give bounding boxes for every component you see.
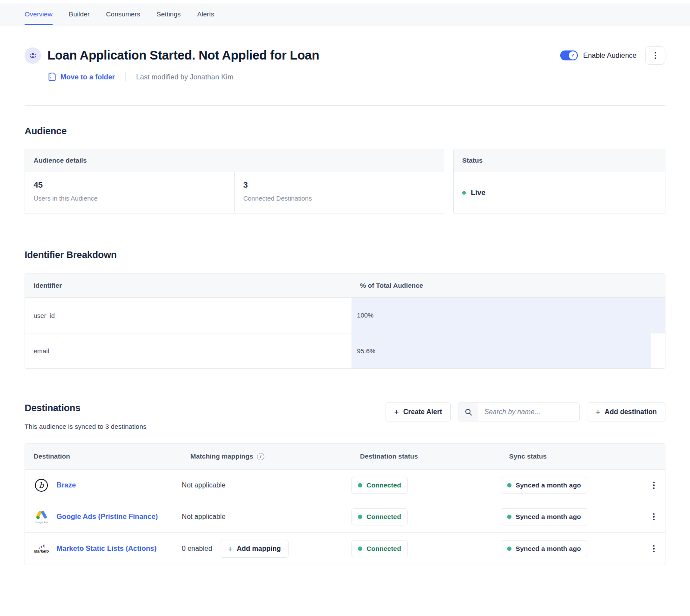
- destination-column-header: Destination: [25, 444, 182, 469]
- destinations-table: Destination Matching mappings i Destinat…: [25, 443, 665, 565]
- enable-audience-label: Enable Audience: [583, 51, 637, 60]
- connected-destinations-label: Connected Destinations: [243, 195, 435, 202]
- status-dot: [507, 547, 511, 551]
- percent-bar: [351, 298, 665, 333]
- live-status-label: Live: [471, 189, 486, 197]
- create-alert-button[interactable]: + Create Alert: [386, 402, 451, 421]
- status-dot: [358, 515, 362, 519]
- check-icon: ✓: [569, 51, 577, 60]
- connected-status-badge: Connected: [351, 477, 408, 494]
- row-actions-button[interactable]: [646, 513, 665, 521]
- add-destination-button[interactable]: + Add destination: [587, 402, 665, 421]
- tab-builder[interactable]: Builder: [69, 3, 90, 25]
- move-to-folder-link[interactable]: Move to a folder: [48, 72, 115, 81]
- status-header: Status: [454, 149, 665, 172]
- plus-icon: +: [394, 408, 399, 416]
- plus-icon: +: [228, 545, 232, 553]
- sync-status-badge: Synced a month ago: [501, 540, 588, 557]
- search-icon: [458, 403, 478, 421]
- users-metric: 45 Users in this Audience: [25, 172, 234, 211]
- tab-consumers[interactable]: Consumers: [106, 3, 140, 25]
- destinations-table-header: Destination Matching mappings i Destinat…: [25, 444, 665, 469]
- audience-status-card: Status Live: [453, 149, 665, 214]
- destinations-heading: Destinations: [25, 402, 386, 414]
- search-input[interactable]: [478, 403, 580, 421]
- sync-status-badge: Synced a month ago: [501, 508, 588, 525]
- connected-status-badge: Connected: [351, 508, 408, 525]
- percent-bar: [351, 333, 651, 368]
- header-meta: Move to a folder Last modified by Jonath…: [48, 72, 665, 81]
- matching-mappings-value: Not applicable: [182, 506, 351, 528]
- info-icon[interactable]: i: [257, 453, 264, 460]
- header-divider: [25, 105, 665, 106]
- header-actions: ✓ Enable Audience: [560, 46, 665, 65]
- identifier-name: user_id: [25, 298, 351, 333]
- kebab-icon: [653, 545, 655, 547]
- audience-icon: [25, 47, 41, 64]
- matching-mappings-value: Not applicable: [182, 475, 351, 496]
- users-label: Users in this Audience: [34, 195, 226, 202]
- plus-icon: +: [596, 408, 600, 416]
- move-to-folder-label: Move to a folder: [60, 73, 115, 81]
- row-actions-button[interactable]: [646, 482, 665, 489]
- destinations-controls: + Create Alert + Add destination: [386, 402, 665, 421]
- identifier-breakdown-section: Identifier Breakdown Identifier % of Tot…: [25, 249, 665, 369]
- matching-mappings-value: 0 enabled: [182, 545, 212, 553]
- destination-link[interactable]: Google Ads (Pristine Finance): [56, 511, 158, 522]
- status-dot: [358, 483, 362, 487]
- page-content: Loan Application Started. Not Applied fo…: [0, 46, 690, 601]
- identifier-breakdown-heading: Identifier Breakdown: [25, 249, 665, 261]
- kebab-icon: [655, 52, 656, 53]
- add-mapping-button[interactable]: + Add mapping: [220, 540, 289, 558]
- live-status-dot: [462, 191, 466, 195]
- audience-heading: Audience: [25, 126, 665, 137]
- connected-status-badge: Connected: [351, 540, 408, 557]
- destinations-subtext: This audience is synced to 3 destination…: [25, 423, 386, 431]
- identifier-table: Identifier % of Total Audience user_id 1…: [25, 273, 665, 369]
- tab-overview[interactable]: Overview: [25, 3, 53, 25]
- page-title: Loan Application Started. Not Applied fo…: [47, 48, 319, 63]
- percent-value: 95.6%: [351, 333, 376, 369]
- destination-link[interactable]: Marketo Static Lists (Actions): [56, 543, 157, 554]
- tab-settings[interactable]: Settings: [157, 3, 181, 25]
- users-count: 45: [34, 180, 226, 190]
- audience-details-card: Audience details 45 Users in this Audien…: [25, 149, 444, 214]
- page-header: Loan Application Started. Not Applied fo…: [25, 46, 665, 65]
- last-modified-text: Last modified by Jonathan Kim: [136, 73, 234, 81]
- identifier-column-header: Identifier: [25, 274, 351, 297]
- destination-status-column-header: Destination status: [351, 444, 501, 469]
- status-dot: [507, 515, 511, 519]
- more-actions-button[interactable]: [645, 46, 665, 65]
- row-actions-button[interactable]: [646, 545, 665, 553]
- table-row: email 95.6%: [25, 333, 665, 368]
- google-ads-logo: Google Ads: [34, 510, 49, 524]
- meta-divider: [125, 72, 126, 81]
- status-dot: [358, 547, 362, 551]
- toggle-switch[interactable]: ✓: [560, 50, 578, 60]
- tab-alerts[interactable]: Alerts: [197, 3, 214, 25]
- identifier-name: email: [25, 333, 351, 368]
- percent-column-header: % of Total Audience: [351, 274, 665, 297]
- add-mapping-label: Add mapping: [237, 545, 281, 553]
- audience-details-header: Audience details: [25, 149, 444, 172]
- connected-destinations-metric: 3 Connected Destinations: [234, 172, 444, 211]
- connected-destinations-count: 3: [243, 180, 435, 190]
- table-row: b Braze Not applicable Connected: [25, 469, 665, 501]
- folder-icon: [48, 72, 56, 81]
- table-row: Google Ads Google Ads (Pristine Finance)…: [25, 501, 665, 532]
- destination-search: [458, 402, 580, 421]
- sync-status-badge: Synced a month ago: [501, 477, 588, 494]
- table-row: Marketo Marketo Static Lists (Actions) 0…: [25, 532, 665, 565]
- table-row: user_id 100%: [25, 298, 665, 333]
- braze-logo: b: [34, 479, 49, 492]
- kebab-icon: [653, 513, 655, 515]
- kebab-icon: [653, 482, 655, 484]
- destinations-section: Destinations This audience is synced to …: [25, 402, 665, 565]
- destination-link[interactable]: Braze: [56, 480, 76, 491]
- status-dot: [507, 483, 511, 487]
- enable-audience-toggle[interactable]: ✓ Enable Audience: [560, 50, 637, 60]
- add-destination-label: Add destination: [605, 408, 657, 416]
- identifier-table-header: Identifier % of Total Audience: [25, 274, 665, 298]
- sync-status-column-header: Sync status: [501, 444, 646, 469]
- percent-value: 100%: [351, 298, 373, 333]
